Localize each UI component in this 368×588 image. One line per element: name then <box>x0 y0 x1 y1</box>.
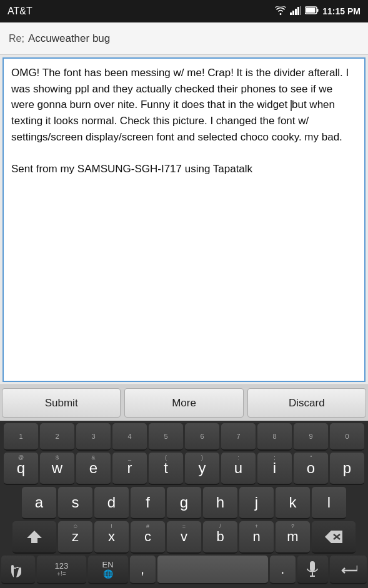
keyboard: 1 2 3 4 5 6 7 8 9 0 @q $w &e _r (t )y :u… <box>0 421 368 588</box>
key-6[interactable]: 6 <box>185 423 219 451</box>
key-i[interactable]: ;i <box>257 453 292 485</box>
submit-button[interactable]: Submit <box>2 388 121 418</box>
signal-icon <box>290 6 301 17</box>
subject-prefix: Re; <box>9 33 24 44</box>
key-k[interactable]: k <box>276 487 310 519</box>
key-u[interactable]: :u <box>221 453 256 485</box>
svg-rect-0 <box>290 12 292 15</box>
key-m[interactable]: ?m <box>276 521 310 554</box>
carrier-label: AT&T <box>7 6 32 17</box>
key-r[interactable]: _r <box>112 453 147 485</box>
enter-key[interactable] <box>330 556 367 584</box>
key-d[interactable]: d <box>94 487 129 519</box>
keyboard-row-bottom: 123 +!= EN 🌐 , . <box>1 556 367 584</box>
subject-field[interactable]: Re; Accuweather bug <box>0 22 368 55</box>
key-x[interactable]: !x <box>94 521 129 554</box>
key-7[interactable]: 7 <box>221 423 256 451</box>
key-z[interactable]: ☺z <box>58 521 92 554</box>
shift-key[interactable] <box>12 521 56 554</box>
space-key[interactable] <box>157 556 268 584</box>
keyboard-row-asdf: a s d f g h j k l <box>1 487 367 519</box>
keyboard-row-qwerty: @q $w &e _r (t )y :u ;i "o p <box>1 453 367 485</box>
key-1[interactable]: 1 <box>4 423 38 451</box>
svg-rect-6 <box>317 9 319 12</box>
svg-rect-11 <box>310 561 315 571</box>
key-8[interactable]: 8 <box>257 423 292 451</box>
status-icons: 11:15 PM <box>275 6 361 17</box>
status-bar: AT&T <box>0 0 368 22</box>
discard-button[interactable]: Discard <box>247 388 366 418</box>
key-n[interactable]: +n <box>239 521 274 554</box>
key-c[interactable]: #c <box>131 521 165 554</box>
key-p[interactable]: p <box>330 453 364 485</box>
svg-rect-1 <box>292 11 294 15</box>
svg-rect-4 <box>300 6 301 15</box>
key-t[interactable]: (t <box>149 453 183 485</box>
more-button[interactable]: More <box>124 388 243 418</box>
svg-rect-2 <box>295 9 297 15</box>
period-key[interactable]: . <box>270 556 296 584</box>
keyboard-row-numbers: 1 2 3 4 5 6 7 8 9 0 <box>1 423 367 451</box>
key-j[interactable]: j <box>239 487 274 519</box>
key-l[interactable]: l <box>312 487 346 519</box>
key-s[interactable]: s <box>58 487 92 519</box>
wifi-icon <box>275 6 286 17</box>
gesture-key[interactable] <box>1 556 35 584</box>
key-v[interactable]: =v <box>167 521 201 554</box>
microphone-key[interactable] <box>297 556 328 584</box>
action-buttons: Submit More Discard <box>0 385 368 421</box>
key-9[interactable]: 9 <box>294 423 328 451</box>
key-5[interactable]: 5 <box>149 423 183 451</box>
key-f[interactable]: f <box>131 487 165 519</box>
comma-key[interactable]: , <box>130 556 156 584</box>
key-a[interactable]: a <box>22 487 56 519</box>
key-b[interactable]: /b <box>203 521 237 554</box>
keyboard-row-zxcv: ☺z !x #c =v /b +n ?m <box>1 521 367 554</box>
key-2[interactable]: 2 <box>40 423 74 451</box>
battery-icon <box>305 6 319 16</box>
key-0[interactable]: 0 <box>330 423 364 451</box>
message-text: OMG! The font has been messing w/ me! Cr… <box>11 67 352 175</box>
message-body[interactable]: OMG! The font has been messing w/ me! Cr… <box>2 57 366 382</box>
subject-value: Accuweather bug <box>28 32 110 45</box>
key-h[interactable]: h <box>203 487 237 519</box>
app-area: Re; Accuweather bug OMG! The font has be… <box>0 22 368 421</box>
key-e[interactable]: &e <box>76 453 111 485</box>
lang-key[interactable]: EN 🌐 <box>88 556 128 584</box>
svg-marker-8 <box>27 531 42 543</box>
key-g[interactable]: g <box>167 487 201 519</box>
key-w[interactable]: $w <box>40 453 74 485</box>
key-4[interactable]: 4 <box>112 423 147 451</box>
key-q[interactable]: @q <box>4 453 38 485</box>
svg-rect-3 <box>297 7 299 15</box>
key-o[interactable]: "o <box>294 453 328 485</box>
key-y[interactable]: )y <box>185 453 219 485</box>
backspace-key[interactable] <box>312 521 356 554</box>
svg-rect-7 <box>306 8 316 13</box>
key-3[interactable]: 3 <box>76 423 111 451</box>
num-toggle-key[interactable]: 123 +!= <box>37 556 86 584</box>
time-display: 11:15 PM <box>322 6 361 16</box>
